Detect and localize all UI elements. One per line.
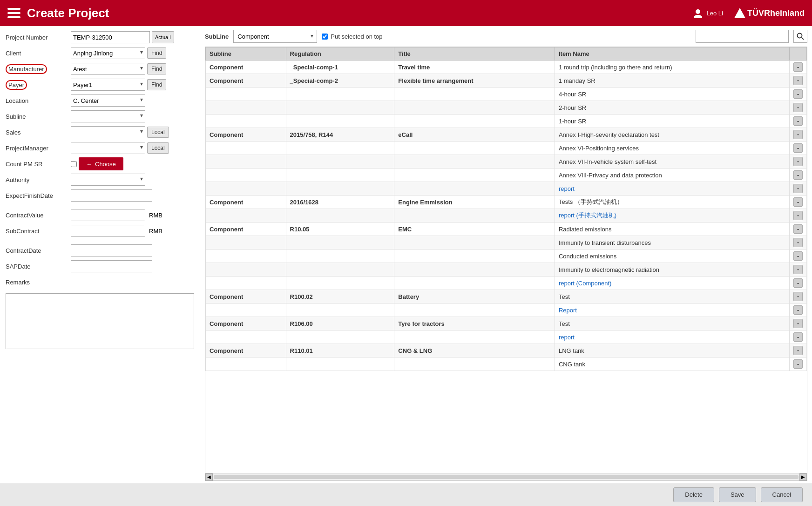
sales-select[interactable] <box>71 126 145 138</box>
remove-row-button[interactable]: - <box>793 238 803 247</box>
cell-item-name[interactable]: report <box>555 182 789 196</box>
search-input[interactable] <box>696 30 789 43</box>
cell-remove[interactable]: - <box>790 290 807 304</box>
remove-row-button[interactable]: - <box>793 359 803 369</box>
cell-title <box>394 277 555 290</box>
cell-remove[interactable]: - <box>790 209 807 223</box>
cell-item-name[interactable]: report (Component) <box>555 277 789 290</box>
count-pm-sr-checkbox[interactable] <box>71 161 77 167</box>
remove-row-button[interactable]: - <box>793 319 803 328</box>
contract-date-input[interactable] <box>71 244 152 256</box>
header-left: Create Project <box>7 6 109 20</box>
search-button[interactable] <box>793 30 807 43</box>
cell-remove[interactable]: - <box>790 182 807 196</box>
remove-row-button[interactable]: - <box>793 157 803 166</box>
save-button[interactable]: Save <box>719 487 756 502</box>
sales-local-button[interactable]: Local <box>147 127 169 138</box>
payer-find-button[interactable]: Find <box>147 79 166 90</box>
client-select[interactable]: Anping Jinlong <box>71 47 145 59</box>
manufacturer-select[interactable]: Atest <box>71 63 145 75</box>
actua-button[interactable]: Actua l <box>152 31 174 43</box>
remove-row-button[interactable]: - <box>793 278 803 288</box>
remove-row-button[interactable]: - <box>793 346 803 355</box>
expect-finish-input[interactable] <box>71 189 152 202</box>
cell-remove[interactable]: - <box>790 236 807 250</box>
pm-local-button[interactable]: Local <box>147 142 169 154</box>
horizontal-scroll-area[interactable]: ◀ ▶ <box>205 473 807 481</box>
remove-row-button[interactable]: - <box>793 224 803 234</box>
manufacturer-find-button[interactable]: Find <box>147 63 166 74</box>
remove-row-button[interactable]: - <box>793 89 803 99</box>
cell-regulation <box>286 182 394 196</box>
table-row: Annex VI-Positioning services- <box>206 142 807 155</box>
cell-title <box>394 142 555 155</box>
remove-row-button[interactable]: - <box>793 332 803 342</box>
menu-icon[interactable] <box>7 8 20 18</box>
cell-remove[interactable]: - <box>790 196 807 209</box>
cell-item-name[interactable]: report (手持式汽油机) <box>555 209 789 223</box>
cell-item-name: Radiated emissions <box>555 223 789 236</box>
cell-remove[interactable]: - <box>790 74 807 88</box>
remove-row-button[interactable]: - <box>793 197 803 207</box>
cell-remove[interactable]: - <box>790 250 807 263</box>
delete-button[interactable]: Delete <box>673 487 714 502</box>
cell-regulation <box>286 115 394 128</box>
scroll-right-btn[interactable]: ▶ <box>799 473 807 481</box>
remove-row-button[interactable]: - <box>793 265 803 274</box>
items-table-container[interactable]: Subline Regulation Title Item Name Compo… <box>205 47 807 473</box>
cell-title: Flexible time arrangement <box>394 74 555 88</box>
scroll-track[interactable] <box>214 475 798 479</box>
cell-remove[interactable]: - <box>790 101 807 115</box>
choose-button[interactable]: ← Choose <box>79 157 123 170</box>
subline-dropdown[interactable]: Component <box>233 30 317 43</box>
cell-remove[interactable]: - <box>790 142 807 155</box>
remove-row-button[interactable]: - <box>793 130 803 139</box>
cell-remove[interactable]: - <box>790 155 807 169</box>
cell-remove[interactable]: - <box>790 61 807 74</box>
cell-remove[interactable]: - <box>790 223 807 236</box>
remove-row-button[interactable]: - <box>793 103 803 112</box>
cell-item-name[interactable]: report <box>555 331 789 344</box>
cell-regulation <box>286 250 394 263</box>
put-selected-checkbox[interactable] <box>322 34 328 40</box>
cell-remove[interactable]: - <box>790 317 807 331</box>
remove-row-button[interactable]: - <box>793 251 803 261</box>
cell-remove[interactable]: - <box>790 358 807 371</box>
cell-remove[interactable]: - <box>790 344 807 358</box>
location-select[interactable]: C. Center <box>71 94 145 107</box>
cell-remove[interactable]: - <box>790 304 807 317</box>
cell-remove[interactable]: - <box>790 263 807 277</box>
remove-row-button[interactable]: - <box>793 116 803 126</box>
project-number-input[interactable] <box>71 31 150 43</box>
cancel-button[interactable]: Cancel <box>761 487 803 502</box>
project-manager-select[interactable] <box>71 142 145 154</box>
payer-select[interactable]: Payer1 <box>71 79 145 91</box>
remove-row-button[interactable]: - <box>793 62 803 72</box>
expect-finish-row: ExpectFinishDate <box>6 189 194 202</box>
cell-remove[interactable]: - <box>790 115 807 128</box>
remove-row-button[interactable]: - <box>793 305 803 315</box>
cell-remove[interactable]: - <box>790 277 807 290</box>
subline-form-select[interactable] <box>71 110 145 122</box>
cell-remove[interactable]: - <box>790 88 807 101</box>
remove-row-button[interactable]: - <box>793 76 803 85</box>
cell-title <box>394 263 555 277</box>
remove-row-button[interactable]: - <box>793 170 803 180</box>
subcontract-input[interactable] <box>71 225 145 237</box>
remove-row-button[interactable]: - <box>793 292 803 301</box>
sap-date-input[interactable] <box>71 260 152 272</box>
cell-item-name[interactable]: Report <box>555 304 789 317</box>
remarks-textarea[interactable] <box>6 293 194 349</box>
contract-value-input[interactable] <box>71 209 145 221</box>
client-find-button[interactable]: Find <box>147 47 166 59</box>
authority-select[interactable] <box>71 174 145 186</box>
remove-row-button[interactable]: - <box>793 143 803 153</box>
cell-remove[interactable]: - <box>790 128 807 142</box>
cell-regulation <box>286 358 394 371</box>
cell-remove[interactable]: - <box>790 331 807 344</box>
table-row: Annex VII-In-vehicle system self-test- <box>206 155 807 169</box>
cell-remove[interactable]: - <box>790 169 807 182</box>
remove-row-button[interactable]: - <box>793 184 803 193</box>
remove-row-button[interactable]: - <box>793 211 803 220</box>
scroll-left-btn[interactable]: ◀ <box>205 473 213 481</box>
